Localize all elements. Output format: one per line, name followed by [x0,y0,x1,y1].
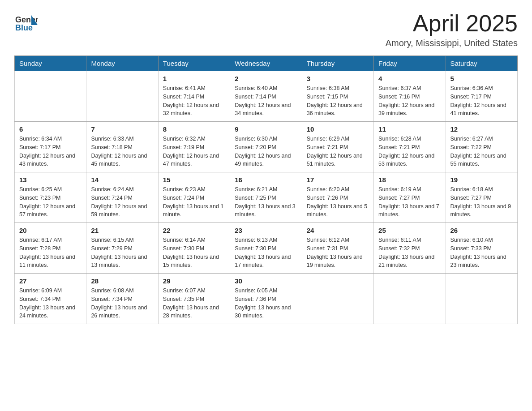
calendar-cell [86,71,158,122]
cell-info-text: Sunrise: 6:24 AM Sunset: 7:24 PM Dayligh… [91,185,153,219]
calendar-week-3: 13Sunrise: 6:25 AM Sunset: 7:23 PM Dayli… [15,172,518,223]
calendar-cell: 21Sunrise: 6:15 AM Sunset: 7:29 PM Dayli… [86,223,158,274]
cell-info-text: Sunrise: 6:23 AM Sunset: 7:24 PM Dayligh… [163,185,225,219]
cell-day-number: 30 [235,277,297,285]
calendar-cell: 2Sunrise: 6:40 AM Sunset: 7:14 PM Daylig… [230,71,302,122]
calendar-header-row: SundayMondayTuesdayWednesdayThursdayFrid… [15,56,518,71]
calendar-week-5: 27Sunrise: 6:09 AM Sunset: 7:34 PM Dayli… [15,274,518,324]
calendar-cell [15,71,86,122]
cell-info-text: Sunrise: 6:41 AM Sunset: 7:14 PM Dayligh… [163,84,225,118]
cell-day-number: 15 [163,176,225,184]
cell-day-number: 7 [91,125,153,133]
calendar-cell: 22Sunrise: 6:14 AM Sunset: 7:30 PM Dayli… [158,223,230,274]
calendar-cell: 28Sunrise: 6:08 AM Sunset: 7:34 PM Dayli… [86,274,158,324]
calendar-cell: 16Sunrise: 6:21 AM Sunset: 7:25 PM Dayli… [230,172,302,223]
cell-info-text: Sunrise: 6:30 AM Sunset: 7:20 PM Dayligh… [235,135,297,168]
calendar-cell: 15Sunrise: 6:23 AM Sunset: 7:24 PM Dayli… [158,172,230,223]
calendar-cell: 1Sunrise: 6:41 AM Sunset: 7:14 PM Daylig… [158,71,230,122]
column-header-tuesday: Tuesday [158,56,230,71]
cell-info-text: Sunrise: 6:17 AM Sunset: 7:28 PM Dayligh… [19,236,82,270]
calendar-cell: 11Sunrise: 6:28 AM Sunset: 7:21 PM Dayli… [374,122,446,172]
column-header-saturday: Saturday [446,56,517,71]
cell-info-text: Sunrise: 6:21 AM Sunset: 7:25 PM Dayligh… [235,185,297,219]
cell-day-number: 5 [450,75,513,82]
cell-info-text: Sunrise: 6:34 AM Sunset: 7:17 PM Dayligh… [19,135,82,168]
cell-info-text: Sunrise: 6:27 AM Sunset: 7:22 PM Dayligh… [450,135,513,168]
calendar-cell: 27Sunrise: 6:09 AM Sunset: 7:34 PM Dayli… [15,274,86,324]
cell-info-text: Sunrise: 6:28 AM Sunset: 7:21 PM Dayligh… [378,135,441,168]
calendar-cell: 4Sunrise: 6:37 AM Sunset: 7:16 PM Daylig… [374,71,446,122]
cell-day-number: 18 [378,176,441,184]
cell-day-number: 17 [307,176,369,184]
cell-info-text: Sunrise: 6:20 AM Sunset: 7:26 PM Dayligh… [307,185,369,219]
cell-info-text: Sunrise: 6:08 AM Sunset: 7:34 PM Dayligh… [91,287,153,320]
cell-info-text: Sunrise: 6:14 AM Sunset: 7:30 PM Dayligh… [163,236,225,270]
calendar-cell [302,274,373,324]
cell-day-number: 3 [307,75,369,82]
cell-day-number: 21 [91,227,153,234]
logo-icon: General Blue [14,11,38,34]
cell-day-number: 26 [450,227,513,234]
cell-info-text: Sunrise: 6:32 AM Sunset: 7:19 PM Dayligh… [163,135,225,168]
cell-info-text: Sunrise: 6:40 AM Sunset: 7:14 PM Dayligh… [235,84,297,118]
calendar-cell: 12Sunrise: 6:27 AM Sunset: 7:22 PM Dayli… [446,122,517,172]
cell-day-number: 11 [378,125,441,133]
cell-day-number: 6 [19,125,82,133]
calendar-cell: 26Sunrise: 6:10 AM Sunset: 7:33 PM Dayli… [446,223,517,274]
calendar-cell: 14Sunrise: 6:24 AM Sunset: 7:24 PM Dayli… [86,172,158,223]
page-subtitle: Amory, Mississippi, United States [386,38,518,48]
column-header-friday: Friday [374,56,446,71]
cell-day-number: 13 [19,176,82,184]
cell-info-text: Sunrise: 6:10 AM Sunset: 7:33 PM Dayligh… [450,236,513,270]
page-header: General Blue April 2025 Amory, Mississip… [14,11,518,48]
cell-day-number: 10 [307,125,369,133]
calendar-week-4: 20Sunrise: 6:17 AM Sunset: 7:28 PM Dayli… [15,223,518,274]
calendar-cell: 23Sunrise: 6:13 AM Sunset: 7:30 PM Dayli… [230,223,302,274]
cell-day-number: 22 [163,227,225,234]
cell-day-number: 9 [235,125,297,133]
calendar-table: SundayMondayTuesdayWednesdayThursdayFrid… [14,56,518,324]
calendar-cell: 7Sunrise: 6:33 AM Sunset: 7:18 PM Daylig… [86,122,158,172]
calendar-cell: 17Sunrise: 6:20 AM Sunset: 7:26 PM Dayli… [302,172,373,223]
cell-day-number: 14 [91,176,153,184]
calendar-cell: 24Sunrise: 6:12 AM Sunset: 7:31 PM Dayli… [302,223,373,274]
cell-info-text: Sunrise: 6:18 AM Sunset: 7:27 PM Dayligh… [450,185,513,219]
calendar-cell: 25Sunrise: 6:11 AM Sunset: 7:32 PM Dayli… [374,223,446,274]
calendar-cell: 19Sunrise: 6:18 AM Sunset: 7:27 PM Dayli… [446,172,517,223]
calendar-cell: 8Sunrise: 6:32 AM Sunset: 7:19 PM Daylig… [158,122,230,172]
column-header-sunday: Sunday [15,56,86,71]
cell-info-text: Sunrise: 6:38 AM Sunset: 7:15 PM Dayligh… [307,84,369,118]
cell-info-text: Sunrise: 6:33 AM Sunset: 7:18 PM Dayligh… [91,135,153,168]
calendar-cell [446,274,517,324]
calendar-cell: 13Sunrise: 6:25 AM Sunset: 7:23 PM Dayli… [15,172,86,223]
cell-day-number: 1 [163,75,225,82]
svg-text:Blue: Blue [15,23,33,32]
cell-info-text: Sunrise: 6:36 AM Sunset: 7:17 PM Dayligh… [450,84,513,118]
cell-info-text: Sunrise: 6:05 AM Sunset: 7:36 PM Dayligh… [235,287,297,320]
column-header-thursday: Thursday [302,56,373,71]
cell-day-number: 23 [235,227,297,234]
cell-day-number: 4 [378,75,441,82]
cell-info-text: Sunrise: 6:29 AM Sunset: 7:21 PM Dayligh… [307,135,369,168]
column-header-monday: Monday [86,56,158,71]
cell-day-number: 25 [378,227,441,234]
calendar-cell: 6Sunrise: 6:34 AM Sunset: 7:17 PM Daylig… [15,122,86,172]
calendar-cell: 9Sunrise: 6:30 AM Sunset: 7:20 PM Daylig… [230,122,302,172]
calendar-week-2: 6Sunrise: 6:34 AM Sunset: 7:17 PM Daylig… [15,122,518,172]
page-title: April 2025 [386,11,518,36]
cell-day-number: 24 [307,227,369,234]
cell-info-text: Sunrise: 6:25 AM Sunset: 7:23 PM Dayligh… [19,185,82,219]
calendar-cell: 5Sunrise: 6:36 AM Sunset: 7:17 PM Daylig… [446,71,517,122]
cell-day-number: 12 [450,125,513,133]
calendar-cell: 18Sunrise: 6:19 AM Sunset: 7:27 PM Dayli… [374,172,446,223]
cell-info-text: Sunrise: 6:37 AM Sunset: 7:16 PM Dayligh… [378,84,441,118]
cell-info-text: Sunrise: 6:15 AM Sunset: 7:29 PM Dayligh… [91,236,153,270]
calendar-cell: 3Sunrise: 6:38 AM Sunset: 7:15 PM Daylig… [302,71,373,122]
cell-day-number: 20 [19,227,82,234]
cell-info-text: Sunrise: 6:13 AM Sunset: 7:30 PM Dayligh… [235,236,297,270]
calendar-cell: 30Sunrise: 6:05 AM Sunset: 7:36 PM Dayli… [230,274,302,324]
calendar-cell [374,274,446,324]
title-area: April 2025 Amory, Mississippi, United St… [386,11,518,48]
calendar-cell: 10Sunrise: 6:29 AM Sunset: 7:21 PM Dayli… [302,122,373,172]
column-header-wednesday: Wednesday [230,56,302,71]
